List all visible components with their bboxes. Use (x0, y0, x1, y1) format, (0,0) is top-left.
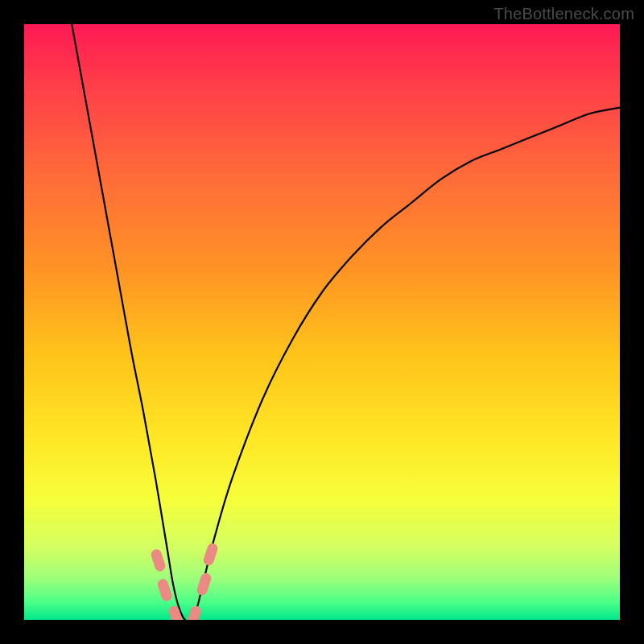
gradient-background (24, 24, 620, 620)
bottleneck-chart (24, 24, 620, 620)
chart-frame: TheBottleneck.com (0, 0, 644, 644)
watermark-text: TheBottleneck.com (493, 5, 634, 23)
plot-area (24, 24, 620, 620)
